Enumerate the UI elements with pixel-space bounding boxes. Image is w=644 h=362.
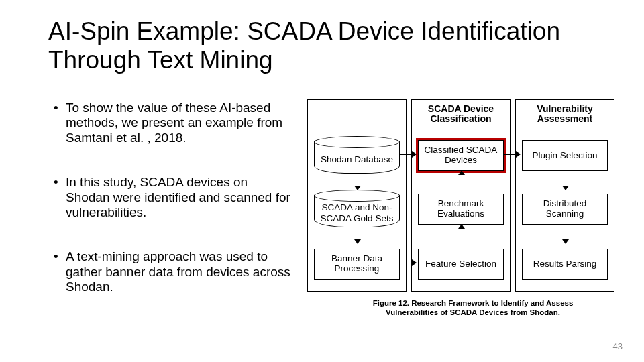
diagram-column-data: Shodan Database SCADA and Non-SCADA Gold…: [307, 99, 407, 292]
diagram-column-vulnerability: Vulnerability Assessment Plugin Selectio…: [515, 99, 614, 292]
diagram-box-feature: Feature Selection: [418, 249, 504, 280]
column-header: SCADA Device Classification: [412, 100, 510, 131]
diagram-box-benchmark: Benchmark Evaluations: [418, 194, 504, 225]
bullet-item: A text-mining approach was used to gathe…: [54, 249, 292, 294]
bullet-list: To show the value of these AI-based meth…: [54, 101, 292, 324]
page-number: 43: [613, 341, 623, 351]
column-header: [308, 100, 406, 121]
diagram-box-banner: Banner Data Processing: [314, 249, 400, 280]
diagram-cylinder-goldsets: SCADA and Non-SCADA Gold Sets: [314, 195, 400, 227]
slide-title: AI-Spin Example: SCADA Device Identifica…: [48, 17, 644, 74]
diagram-cylinder-shodan: Shodan Database: [314, 141, 400, 174]
diagram-box-parsing: Results Parsing: [522, 249, 608, 280]
bullet-item: To show the value of these AI-based meth…: [54, 101, 292, 145]
column-header: Vulnerability Assessment: [516, 100, 614, 131]
diagram-box-scanning: Distributed Scanning: [522, 194, 608, 225]
figure-caption: Figure 12. Research Framework to Identif…: [362, 299, 584, 317]
framework-diagram: Shodan Database SCADA and Non-SCADA Gold…: [307, 99, 614, 292]
diagram-column-classification: SCADA Device Classification Classified S…: [411, 99, 511, 292]
diagram-box-plugin: Plugin Selection: [522, 140, 608, 171]
bullet-item: In this study, SCADA devices on Shodan w…: [54, 175, 292, 220]
diagram-box-classified-highlighted: Classified SCADA Devices: [418, 140, 504, 171]
